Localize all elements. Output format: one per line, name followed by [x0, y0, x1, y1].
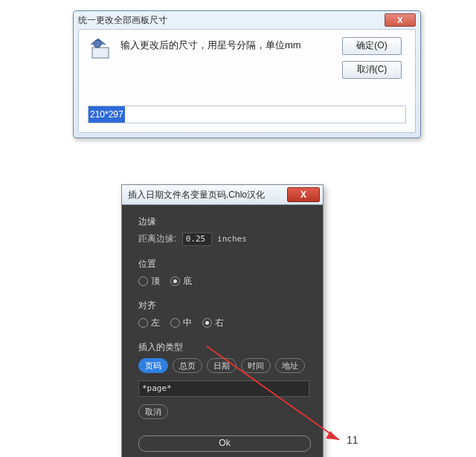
type-pills: 页码 总页 日期 时间 地址 文件名	[138, 358, 309, 373]
align-right-radio[interactable]: 右	[202, 317, 224, 329]
radio-icon	[138, 318, 148, 328]
dialog2-title: 插入日期文件名变量页码.Chlo汉化	[128, 189, 265, 201]
margin-input[interactable]: 0.25	[182, 233, 212, 246]
radio-icon	[170, 318, 180, 328]
margin-row: 距离边缘: 0.25 inches	[138, 233, 309, 246]
dialog1-message: 输入更改后的尺寸，用星号分隔，单位mm	[120, 37, 342, 52]
dialog1-title: 统一更改全部画板尺寸	[78, 11, 167, 29]
margin-unit: inches	[217, 234, 247, 244]
artboard-icon	[88, 37, 112, 61]
ok-button[interactable]: 确定(O)	[342, 37, 402, 55]
group-margin-label: 边缘	[138, 215, 309, 228]
cancel-pill[interactable]: 取消	[138, 404, 168, 419]
pattern-input[interactable]: *page*	[138, 380, 309, 397]
ok-button[interactable]: Ok	[138, 435, 311, 452]
type-time-pill[interactable]: 时间	[241, 358, 271, 373]
insert-variable-dialog: 插入日期文件名变量页码.Chlo汉化 X 边缘 距离边缘: 0.25 inche…	[121, 184, 324, 457]
resize-artboards-dialog: 统一更改全部画板尺寸 X 输入更改后的尺寸，用星号分隔，单位mm 确定(O) 取…	[73, 10, 421, 138]
close-icon[interactable]: X	[287, 187, 320, 202]
cancel-button[interactable]: 取消(C)	[342, 61, 402, 79]
svg-rect-0	[92, 48, 109, 58]
size-input[interactable]: 210*297	[88, 106, 406, 123]
page-number: 11	[347, 434, 358, 446]
type-page-pill[interactable]: 页码	[138, 358, 168, 373]
dialog1-titlebar[interactable]: 统一更改全部画板尺寸 X	[74, 11, 420, 29]
align-center-radio[interactable]: 中	[170, 317, 192, 329]
radio-icon	[202, 318, 212, 328]
position-top-radio[interactable]: 顶	[138, 275, 160, 288]
radio-icon	[138, 276, 148, 286]
size-input-value: 210*297	[89, 106, 125, 123]
svg-point-1	[94, 40, 101, 48]
close-icon[interactable]: X	[385, 13, 416, 27]
type-total-pill[interactable]: 总页	[173, 358, 202, 373]
svg-marker-3	[326, 431, 339, 440]
position-bottom-radio[interactable]: 底	[170, 275, 192, 288]
align-left-radio[interactable]: 左	[138, 317, 160, 329]
type-path-pill[interactable]: 地址	[275, 358, 305, 373]
group-type-label: 插入的类型	[138, 341, 309, 354]
radio-icon	[170, 276, 180, 286]
dialog1-body: 输入更改后的尺寸，用星号分隔，单位mm 确定(O) 取消(C) 210*297	[78, 29, 416, 133]
type-date-pill[interactable]: 日期	[207, 358, 237, 373]
dialog2-titlebar[interactable]: 插入日期文件名变量页码.Chlo汉化 X	[122, 184, 323, 205]
group-position-label: 位置	[138, 258, 309, 270]
margin-label: 距离边缘:	[138, 233, 176, 244]
group-align-label: 对齐	[138, 299, 309, 312]
